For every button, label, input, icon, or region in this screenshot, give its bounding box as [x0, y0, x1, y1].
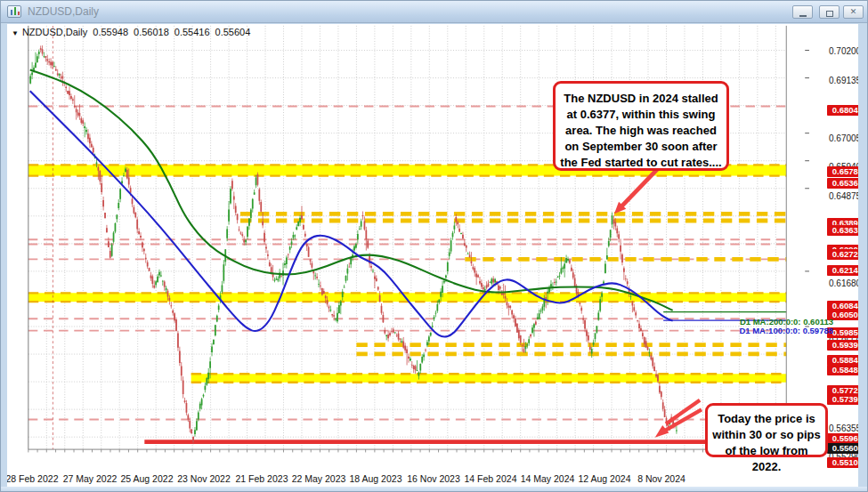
price-tick-label: 0.64875 [829, 191, 861, 201]
ma100-label: D1 MA:100:0:0: 0.59788 [739, 326, 833, 335]
price-tick-label: 0.61680 [829, 278, 861, 288]
open-value: 0.55948 [93, 27, 128, 37]
annotation-box-2022-low: Today the price is within 30 or so pips … [705, 403, 828, 457]
high-value: 0.56018 [134, 27, 169, 37]
low-value: 0.55416 [174, 27, 210, 37]
window-title: NZDUSD,Daily [28, 5, 99, 18]
price-tick-label: 0.70200 [829, 46, 861, 56]
close-button[interactable]: ✕ [843, 5, 864, 19]
right-window-edge [858, 24, 868, 487]
price-tick-label: 0.56355 [829, 423, 861, 433]
close-value: 0.55604 [215, 27, 251, 37]
window-chart-icon [7, 5, 21, 18]
annotation-box-2024-high: The NZDUSD in 2024 stalled at 0.6377, wi… [553, 81, 729, 171]
left-window-edge [1, 24, 7, 487]
chart-content: ▼NZDUSD,Daily0.559480.560180.554160.5560… [1, 24, 868, 487]
price-tick-label: 0.69135 [829, 76, 861, 85]
title-bar[interactable]: NZDUSD,Daily ✕ [1, 1, 868, 23]
minimize-button[interactable] [792, 5, 813, 19]
symbol-dropdown-icon[interactable]: ▼ [12, 29, 19, 37]
symbol-period-label: NZDUSD,Daily [22, 27, 87, 37]
restore-button[interactable] [819, 5, 840, 19]
status-bar [1, 487, 868, 492]
ohlc-header: ▼NZDUSD,Daily0.559480.560180.554160.5560… [12, 27, 256, 37]
mt4-chart-window: NZDUSD,Daily ✕ ▼NZDUSD,Daily0.559480.560… [0, 0, 868, 492]
price-tick-label: 0.67005 [829, 133, 861, 143]
